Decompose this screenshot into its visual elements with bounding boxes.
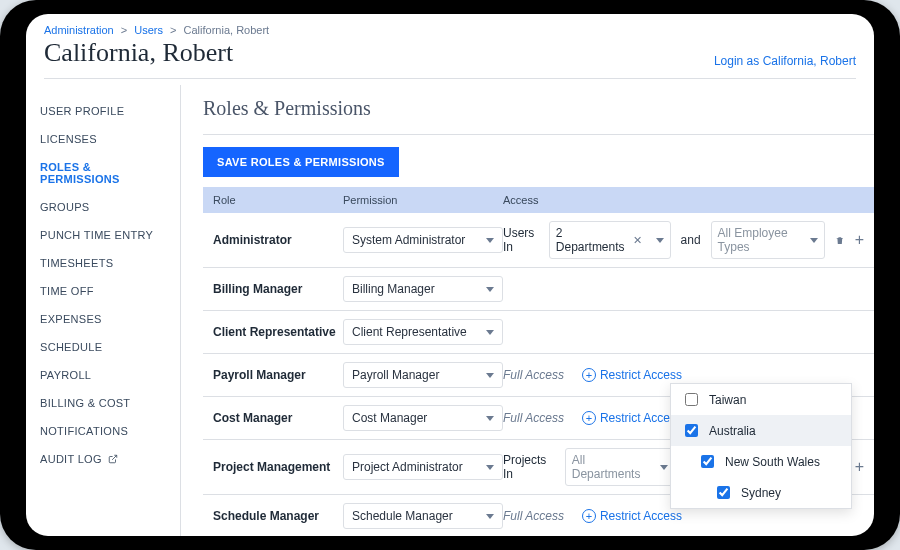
departments-select[interactable]: 2 Departments ✕ [549,221,671,259]
sidebar-item-licenses[interactable]: LICENSES [26,125,180,153]
role-row-client-representative: Client Representative Client Representat… [203,311,874,354]
permission-select[interactable]: System Administrator [343,227,503,253]
save-roles-button[interactable]: SAVE ROLES & PERMISSIONS [203,147,399,177]
sidebar-item-billing-cost[interactable]: BILLING & COST [26,389,180,417]
checkbox[interactable] [717,486,730,499]
sidebar-item-groups[interactable]: GROUPS [26,193,180,221]
svg-line-0 [112,455,117,460]
checkbox[interactable] [685,424,698,437]
clear-icon[interactable]: ✕ [631,234,644,247]
sidebar-item-notifications[interactable]: NOTIFICATIONS [26,417,180,445]
plus-circle-icon: + [582,368,596,382]
sidebar-item-payroll[interactable]: PAYROLL [26,361,180,389]
role-label: Payroll Manager [213,368,343,382]
permission-select[interactable]: Project Administrator [343,454,503,480]
access-prefix: Projects In [503,453,555,481]
plus-circle-icon: + [582,509,596,523]
col-access: Access [503,194,864,206]
sidebar-item-roles-permissions[interactable]: ROLES & PERMISSIONS [26,153,180,193]
col-permission: Permission [343,194,503,206]
plus-circle-icon: + [582,411,596,425]
chevron-down-icon [656,238,664,243]
login-as-link[interactable]: Login as California, Robert [714,54,856,68]
col-role: Role [213,194,343,206]
restrict-access-link[interactable]: +Restrict Access [582,509,682,524]
section-title: Roles & Permissions [203,97,874,120]
chevron-down-icon [660,465,668,470]
chevron-down-icon [486,465,494,470]
role-label: Client Representative [213,325,343,339]
topbar: Administration > Users > California, Rob… [26,14,874,85]
sidebar: USER PROFILE LICENSES ROLES & PERMISSION… [26,85,181,536]
crumb-users[interactable]: Users [134,24,163,36]
sidebar-item-schedule[interactable]: SCHEDULE [26,333,180,361]
role-label: Project Management [213,460,343,474]
full-access-label: Full Access [503,509,564,523]
restrict-access-link[interactable]: +Restrict Access [582,411,682,426]
sidebar-item-audit-log[interactable]: AUDIT LOG [26,445,180,473]
dropdown-option-australia[interactable]: Australia [671,415,851,446]
chevron-down-icon [486,416,494,421]
add-icon[interactable]: + [855,232,864,248]
external-link-icon [108,454,118,464]
checkbox[interactable] [685,393,698,406]
checkbox[interactable] [701,455,714,468]
permission-select[interactable]: Client Representative [343,319,503,345]
sidebar-item-time-off[interactable]: TIME OFF [26,277,180,305]
dropdown-option-sydney[interactable]: Sydney [671,477,851,508]
sidebar-item-punch-time-entry[interactable]: PUNCH TIME ENTRY [26,221,180,249]
grid-header: Role Permission Access [203,187,874,213]
chevron-down-icon [486,514,494,519]
role-label: Billing Manager [213,282,343,296]
and-label: and [681,233,701,247]
chevron-down-icon [486,287,494,292]
location-dropdown[interactable]: Taiwan Australia New South Wales Sy [670,383,852,509]
chevron-down-icon [486,330,494,335]
trash-icon[interactable] [835,234,845,247]
full-access-label: Full Access [503,411,564,425]
main-panel: Roles & Permissions SAVE ROLES & PERMISS… [181,85,874,536]
crumb-administration[interactable]: Administration [44,24,114,36]
breadcrumb: Administration > Users > California, Rob… [44,24,856,36]
permission-select[interactable]: Schedule Manager [343,503,503,529]
dropdown-option-nsw[interactable]: New South Wales [671,446,851,477]
restrict-access-link[interactable]: +Restrict Access [582,368,682,383]
permission-select[interactable]: Billing Manager [343,276,503,302]
chevron-down-icon [810,238,818,243]
employee-types-select[interactable]: All Employee Types [711,221,825,259]
sidebar-item-timesheets[interactable]: TIMESHEETS [26,249,180,277]
add-icon[interactable]: + [855,459,864,475]
page-title: California, Robert [44,38,233,68]
role-row-administrator: Administrator System Administrator Users… [203,213,874,268]
dropdown-option-taiwan[interactable]: Taiwan [671,384,851,415]
role-row-billing-manager: Billing Manager Billing Manager [203,268,874,311]
chevron-down-icon [486,373,494,378]
sidebar-item-label: AUDIT LOG [40,453,102,465]
role-label: Schedule Manager [213,509,343,523]
crumb-current: California, Robert [184,24,270,36]
access-prefix: Users In [503,226,539,254]
role-label: Cost Manager [213,411,343,425]
permission-select[interactable]: Payroll Manager [343,362,503,388]
role-label: Administrator [213,233,343,247]
chevron-down-icon [486,238,494,243]
full-access-label: Full Access [503,368,564,382]
permission-select[interactable]: Cost Manager [343,405,503,431]
sidebar-item-expenses[interactable]: EXPENSES [26,305,180,333]
departments-select[interactable]: All Departments [565,448,675,486]
sidebar-item-user-profile[interactable]: USER PROFILE [26,97,180,125]
